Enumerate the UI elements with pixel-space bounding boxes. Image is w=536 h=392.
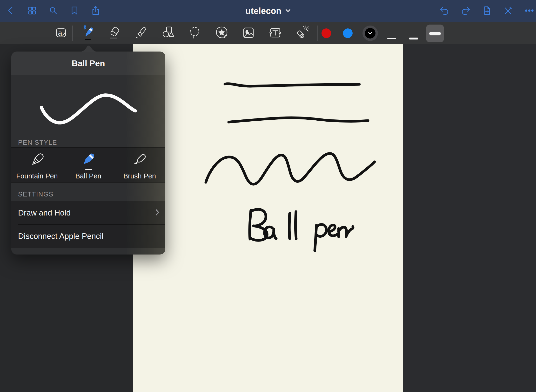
thickness-medium-button[interactable] xyxy=(409,38,418,39)
canvas-background-right xyxy=(403,44,536,392)
laser-pointer-tool[interactable] xyxy=(294,22,310,44)
pen-crossed-icon xyxy=(503,5,513,17)
redo-icon xyxy=(460,5,471,17)
pen-style-label: Brush Pen xyxy=(123,172,156,180)
more-button[interactable] xyxy=(524,6,535,16)
ball-pen-icon xyxy=(79,151,98,172)
color-swatch-blue[interactable] xyxy=(343,28,353,38)
elements-tool[interactable] xyxy=(214,22,229,44)
pen-style-ball-pen-selected[interactable]: Ball Pen xyxy=(63,148,114,183)
stroke-wavy-line xyxy=(206,154,375,184)
eraser-icon xyxy=(107,25,122,41)
highlighter-icon xyxy=(134,25,149,41)
eraser-tool[interactable] xyxy=(107,22,122,44)
toolbar-divider xyxy=(317,26,318,41)
text-tool[interactable] xyxy=(268,22,283,44)
color-swatch-red[interactable] xyxy=(322,28,331,38)
image-icon xyxy=(241,25,256,41)
svg-text:a: a xyxy=(58,29,62,37)
redo-button[interactable] xyxy=(460,6,471,16)
pen-settings-popup: Ball Pen PEN STYLE Fountain Pen xyxy=(11,52,165,255)
sticker-star-icon xyxy=(214,25,229,41)
navbar-right-group xyxy=(439,0,535,22)
draw-and-hold-row[interactable]: Draw and Hold xyxy=(11,201,165,224)
image-tool[interactable] xyxy=(241,22,256,44)
pen-style-label: Fountain Pen xyxy=(16,172,58,180)
handwriting-ball-pen xyxy=(250,209,353,251)
document-title: utelecon xyxy=(245,6,281,16)
stroke-preview xyxy=(11,75,165,141)
lasso-icon xyxy=(187,25,203,41)
popup-header: Ball Pen xyxy=(11,52,165,75)
ink-strokes xyxy=(133,44,403,392)
zoom-window-tool[interactable]: a xyxy=(53,22,69,44)
shapes-icon xyxy=(161,25,176,41)
navbar: utelecon xyxy=(0,0,536,22)
pen-tool[interactable] xyxy=(80,22,96,44)
popup-title: Ball Pen xyxy=(72,59,105,68)
stroke-horizontal-line-2 xyxy=(229,118,368,122)
thickness-thick-button-selected[interactable] xyxy=(426,25,444,42)
disconnect-apple-pencil-row[interactable]: Disconnect Apple Pencil xyxy=(11,225,165,248)
brush-pen-icon xyxy=(131,151,149,172)
thickness-thin-button[interactable] xyxy=(387,38,396,39)
settings-section-label: SETTINGS xyxy=(18,191,54,198)
pen-icon xyxy=(80,25,96,41)
chevron-down-icon xyxy=(368,31,372,35)
fountain-pen-icon xyxy=(28,151,46,172)
pen-style-brush-pen[interactable]: Brush Pen xyxy=(114,148,165,183)
toolbar-divider xyxy=(72,26,73,41)
pen-style-fountain-pen[interactable]: Fountain Pen xyxy=(11,148,63,183)
draw-and-hold-label: Draw and Hold xyxy=(18,208,71,217)
undo-button[interactable] xyxy=(439,6,450,16)
pen-style-label: Ball Pen xyxy=(75,172,101,180)
highlighter-tool[interactable] xyxy=(134,22,149,44)
lasso-tool[interactable] xyxy=(187,22,203,44)
chevron-down-icon xyxy=(285,9,291,13)
stroke-horizontal-line-1 xyxy=(225,84,359,86)
add-page-icon xyxy=(482,5,492,17)
pen-style-section-label: PEN STYLE xyxy=(18,139,57,146)
settings-rows: Draw and Hold Disconnect Apple Pencil xyxy=(11,201,165,248)
popup-arrow xyxy=(80,45,98,52)
disconnect-apple-pencil-label: Disconnect Apple Pencil xyxy=(18,232,103,241)
laser-pointer-icon xyxy=(294,25,310,41)
ellipsis-icon xyxy=(524,5,535,17)
color-swatch-black-selected[interactable] xyxy=(362,26,378,41)
readonly-toggle-button[interactable] xyxy=(503,6,513,16)
chevron-right-icon xyxy=(155,209,160,217)
zoom-window-icon: a xyxy=(53,25,69,41)
shapes-tool[interactable] xyxy=(161,22,176,44)
add-page-button[interactable] xyxy=(482,6,492,16)
pen-style-options: Fountain Pen Ball Pen xyxy=(11,147,165,183)
text-icon xyxy=(268,25,283,41)
goodnotes-window: utelecon a xyxy=(0,0,536,392)
undo-icon xyxy=(439,5,450,17)
toolbar: a xyxy=(0,22,536,44)
